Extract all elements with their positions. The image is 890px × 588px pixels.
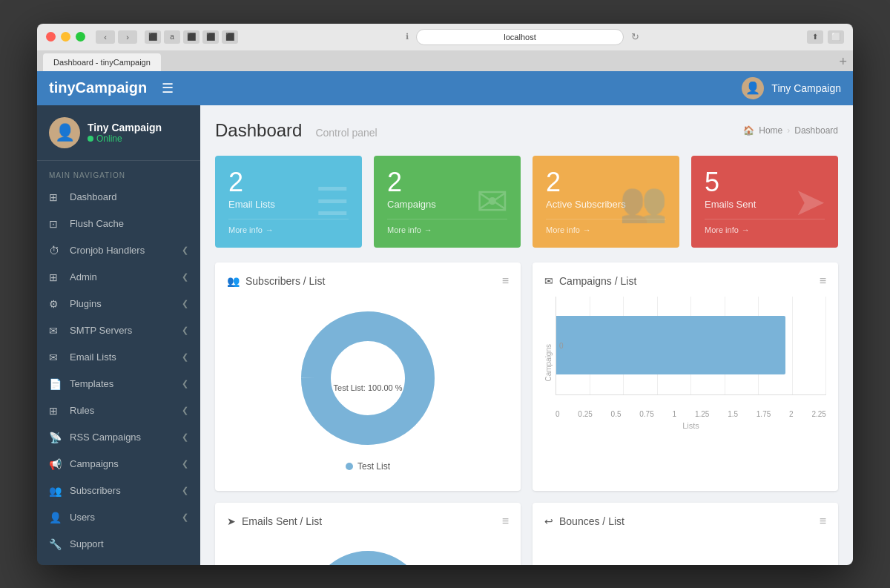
fullscreen-button[interactable] [76,32,85,42]
chart-title-text: Subscribers / List [245,275,325,287]
close-button[interactable] [46,32,56,42]
sidebar-item-plugins[interactable]: ⚙ Plugins ❮ [37,291,200,317]
sidebar-item-subscribers[interactable]: 👥 Subscribers ❮ [37,478,200,504]
chevron-right-icon: ❮ [182,352,188,362]
chart-menu-button[interactable]: ≡ [820,515,826,528]
toolbar-icon-4: ⬛ [202,30,219,44]
chevron-right-icon: ❮ [182,299,188,308]
breadcrumb-separator: › [787,125,790,136]
chart-header: 👥 Subscribers / List ≡ [227,274,509,288]
axis-label: 0.5 [611,410,622,418]
sidebar-item-email-lists[interactable]: ✉ Email Lists ❮ [37,344,200,371]
chart-title-text: Emails Sent / List [242,515,322,527]
sidebar-item-label: Subscribers [70,485,121,496]
chevron-right-icon: ❮ [182,379,188,389]
sidebar-item-label: RSS Campaigns [70,432,141,443]
sidebar-item-label: Rules [70,405,94,416]
chart-bounces-list: ↩ Bounces / List ≡ [533,503,838,565]
sidebar-item-label: Plugins [70,298,102,309]
stat-more-link[interactable]: More info → [546,219,666,234]
sidebar-item-templates[interactable]: 📄 Templates ❮ [37,371,200,397]
breadcrumb-home[interactable]: Home [759,125,782,136]
bar-chart-inner: 0 0 0.25 0.5 0.75 1 1.25 1.5 [556,297,826,430]
stat-more-link[interactable]: More info → [228,219,349,234]
sidebar-item-support[interactable]: 🔧 Support [37,531,200,558]
axis-label: 0.75 [639,410,653,418]
browser-nav: ‹ › [96,30,137,44]
refresh-icon[interactable]: ↻ [631,31,639,42]
arrow-icon: → [266,225,274,234]
rules-icon: ⊞ [49,405,62,417]
chevron-right-icon: ❮ [182,486,188,495]
arrow-icon: → [742,225,750,234]
forward-button[interactable]: › [118,30,137,44]
app: tinyCampaign ☰ 👤 Tiny Campaign 👤 Tiny Ca… [37,71,853,565]
chart-menu-button[interactable]: ≡ [502,274,509,288]
stat-icon: ☰ [315,179,350,224]
sidebar-item-campaigns[interactable]: 📢 Campaigns ❮ [37,451,200,478]
sidebar-item-smtp[interactable]: ✉ SMTP Servers ❮ [37,317,200,344]
tab-title: Dashboard - tinyCampaign [53,58,151,67]
chart-campaigns-list: ✉ Campaigns / List ≡ Campaigns [533,262,838,491]
stat-card-email-lists[interactable]: 2 Email Lists ☰ More info → [215,156,362,248]
subscribers-icon: 👥 [49,485,62,497]
new-tab-button[interactable]: + [839,54,847,71]
empty-chart [544,537,826,565]
sidebar-item-label: Flush Cache [70,218,124,229]
sidebar-item-rss[interactable]: 📡 RSS Campaigns ❮ [37,424,200,451]
chart-legend: Test List [346,461,390,472]
more-info-text: More info [387,225,421,234]
arrow-icon: → [424,225,432,234]
chart-title: ✉ Campaigns / List [544,275,636,287]
sidebar-item-dashboard[interactable]: ⊞ Dashboard [37,184,200,211]
browser-tab[interactable]: Dashboard - tinyCampaign [43,53,161,71]
status-indicator [88,136,93,142]
home-icon: 🏠 [743,125,754,136]
header-username: Tiny Campaign [771,82,841,94]
sidebar-item-flush-cache[interactable]: ⊡ Flush Cache [37,211,200,237]
minimize-button[interactable] [61,32,70,42]
chart-title: 👥 Subscribers / List [227,275,325,287]
bar-zero-label: 0 [559,341,564,349]
info-icon: ℹ [406,32,409,42]
axis-label: 0 [556,410,560,418]
email-lists-icon: ✉ [49,351,62,363]
admin-icon: ⊞ [49,271,62,283]
smtp-icon: ✉ [49,325,62,337]
flush-cache-icon: ⊡ [49,218,62,230]
expand-button[interactable]: ⬜ [828,30,844,44]
svg-point-1 [316,326,420,430]
url-bar[interactable]: localhost [416,29,624,45]
chart-header: ↩ Bounces / List ≡ [544,515,826,528]
sidebar-avatar: 👤 [49,117,80,148]
bar-fill [556,316,785,374]
breadcrumb: 🏠 Home › Dashboard [743,125,838,136]
sidebar-item-label: Templates [70,378,113,389]
donut-chart-2 [227,537,509,565]
status-text: Online [96,133,122,144]
stat-more-link[interactable]: More info → [705,219,825,234]
sidebar-status: Online [88,133,162,144]
sidebar-item-users[interactable]: 👤 Users ❮ [37,504,200,531]
stat-more-link[interactable]: More info → [387,219,507,234]
sidebar-item-admin[interactable]: ⊞ Admin ❮ [37,264,200,291]
sidebar-item-label: Users [70,512,95,523]
traffic-lights [46,32,85,42]
back-button[interactable]: ‹ [96,30,115,44]
hamburger-menu[interactable]: ☰ [162,80,174,96]
stat-card-campaigns[interactable]: 2 Campaigns ✉ More info → [374,156,521,248]
stat-card-subscribers[interactable]: 2 Active Subscribers 👥 More info → [533,156,679,248]
axis-label: 1.25 [695,410,709,418]
sidebar-item-label: Admin [70,271,97,283]
templates-icon: 📄 [49,378,62,390]
share-button[interactable]: ⬆ [807,30,823,44]
donut-chart: Test List: 100.00 % Test List [227,297,509,479]
sidebar-item-rules[interactable]: ⊞ Rules ❮ [37,397,200,424]
sidebar-item-label: Support [70,538,104,549]
stat-card-emails-sent[interactable]: 5 Emails Sent ➤ More info → [691,156,838,248]
chart-title-text: Bounces / List [559,515,624,527]
arrow-icon: → [583,225,591,234]
chart-menu-button[interactable]: ≡ [502,515,509,528]
chart-menu-button[interactable]: ≡ [820,274,826,288]
sidebar-item-cronjob[interactable]: ⏱ Cronjob Handlers ❮ [37,237,200,264]
